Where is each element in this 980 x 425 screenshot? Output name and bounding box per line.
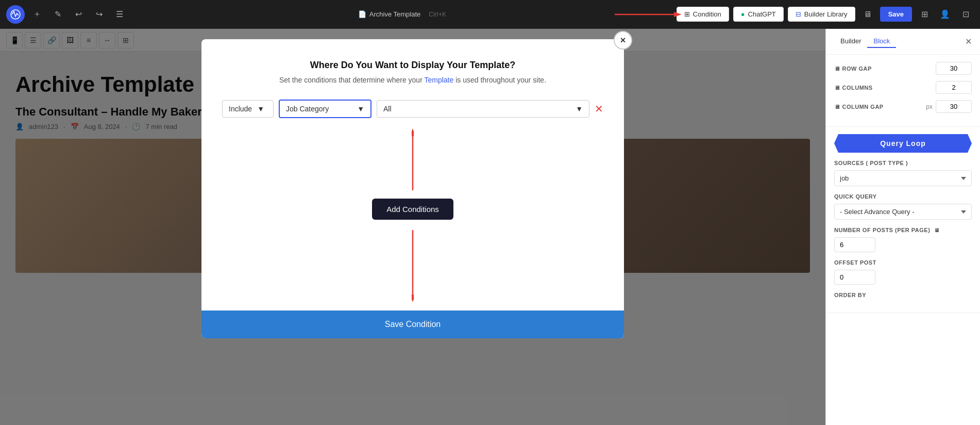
- num-posts-label: NUMBER OF POSTS (PER PAGE) 🖥: [834, 227, 972, 233]
- query-loop-section: Query Loop SOURCES ( POST TYPE ) job QUI…: [826, 127, 980, 313]
- save-condition-button[interactable]: Save Condition: [201, 310, 624, 338]
- column-gap-field: 🖥 COLUMN GAP px: [834, 100, 972, 113]
- keyboard-shortcut: Ctrl+K: [429, 11, 446, 18]
- all-chevron-icon: ▼: [576, 105, 583, 113]
- fullscreen-button[interactable]: ⊡: [957, 6, 974, 23]
- add-conditions-button[interactable]: Add Conditions: [372, 199, 453, 220]
- offset-post-label: OFFSET POST: [834, 259, 972, 266]
- include-chevron-icon: ▼: [257, 105, 264, 113]
- sidebar-layout-section: 🖥 ROW GAP 🖥 COLUMNS 🖥 COLUMN GAP: [826, 55, 980, 127]
- query-loop-banner: Query Loop: [834, 134, 972, 153]
- right-sidebar: Builder Block ✕ 🖥 ROW GAP 🖥 COLUMNS: [825, 29, 980, 425]
- chatgpt-icon: ●: [741, 10, 745, 18]
- archive-template-label: 📄 Archive Template: [358, 10, 420, 18]
- chatgpt-button[interactable]: ● ChatGPT: [733, 7, 784, 22]
- category-chevron-icon: ▼: [357, 105, 364, 113]
- column-gap-input[interactable]: [936, 100, 972, 113]
- delete-condition-button[interactable]: ✕: [595, 103, 603, 115]
- offset-post-input[interactable]: [834, 270, 875, 285]
- modal-footer: Save Condition: [201, 310, 624, 338]
- modal-overlay: × Where Do You Want to Display Your Temp…: [0, 29, 825, 425]
- modal-close-button[interactable]: ×: [614, 31, 632, 50]
- row-gap-field: 🖥 ROW GAP: [834, 62, 972, 75]
- canvas-area: 📱 ☰ 🔗 🖼 ≡ ↔ ⊞ Archive Template The Consu…: [0, 29, 825, 425]
- columns-field: 🖥 COLUMNS: [834, 81, 972, 94]
- sources-label: SOURCES ( POST TYPE ): [834, 160, 972, 166]
- modal-title: Where Do You Want to Display Your Templa…: [222, 60, 603, 71]
- all-select[interactable]: All ▼: [377, 100, 589, 118]
- monitor-icon-column-gap: 🖥: [834, 104, 840, 110]
- undo-button[interactable]: ↩: [70, 6, 87, 23]
- save-button[interactable]: Save: [880, 7, 912, 22]
- include-select[interactable]: Include ▼: [222, 100, 274, 118]
- builder-library-button[interactable]: ⊟ Builder Library: [788, 7, 855, 22]
- up-arrow-indicator: [412, 128, 414, 190]
- wp-logo-icon[interactable]: [6, 5, 25, 24]
- condition-modal: × Where Do You Want to Display Your Temp…: [201, 39, 624, 338]
- tab-block[interactable]: Block: [867, 35, 896, 48]
- monitor-icon-columns: 🖥: [834, 85, 840, 91]
- redo-button[interactable]: ↪: [91, 6, 107, 23]
- sidebar-tabs: Builder Block: [834, 35, 896, 48]
- job-category-select[interactable]: Job Category ▼: [279, 100, 371, 118]
- main-area: 📱 ☰ 🔗 🖼 ≡ ↔ ⊞ Archive Template The Consu…: [0, 29, 980, 425]
- columns-input[interactable]: [936, 81, 972, 94]
- quick-query-select[interactable]: - Select Advance Query -: [834, 204, 972, 220]
- library-icon: ⊟: [796, 10, 801, 18]
- avatar-button[interactable]: 👤: [937, 6, 953, 23]
- sidebar-close-button[interactable]: ✕: [965, 37, 972, 46]
- template-link[interactable]: Template: [424, 76, 453, 84]
- sources-select[interactable]: job: [834, 170, 972, 186]
- monitor-icon-row-gap: 🖥: [834, 66, 840, 72]
- modal-subtitle: Set the conditions that determine where …: [222, 76, 603, 84]
- condition-icon: ⊞: [684, 10, 690, 18]
- tab-builder[interactable]: Builder: [834, 35, 867, 48]
- add-block-button[interactable]: ＋: [29, 6, 45, 23]
- quick-query-label: QUICK QUERY: [834, 193, 972, 200]
- row-gap-input[interactable]: [936, 62, 972, 75]
- svg-marker-6: [412, 295, 414, 302]
- toolbar-right-controls: 🖥 Save ⊞ 👤 ⊡: [859, 6, 974, 23]
- num-posts-input[interactable]: [834, 237, 875, 252]
- top-toolbar: ＋ ✎ ↩ ↪ ☰ 📄 Archive Template Ctrl+K ⊞ Co…: [0, 0, 980, 29]
- order-by-label: ORDER BY: [834, 292, 972, 298]
- delete-icon: ✕: [595, 103, 603, 115]
- menu-button[interactable]: ☰: [111, 6, 128, 23]
- modal-body: Where Do You Want to Display Your Templa…: [201, 39, 624, 310]
- monitor-icon-posts: 🖥: [934, 227, 940, 233]
- toolbar-center: 📄 Archive Template Ctrl+K: [132, 10, 672, 18]
- desktop-view-button[interactable]: 🖥: [859, 6, 876, 23]
- sidebar-header: Builder Block ✕: [826, 29, 980, 55]
- svg-marker-4: [412, 128, 414, 136]
- multisite-button[interactable]: ⊞: [916, 6, 933, 23]
- condition-row: Include ▼ Job Category ▼ All ▼ ✕: [222, 100, 603, 118]
- down-arrow-indicator: [412, 230, 414, 302]
- document-icon: 📄: [358, 10, 366, 18]
- edit-button[interactable]: ✎: [49, 6, 66, 23]
- condition-button[interactable]: ⊞ Condition: [677, 7, 729, 22]
